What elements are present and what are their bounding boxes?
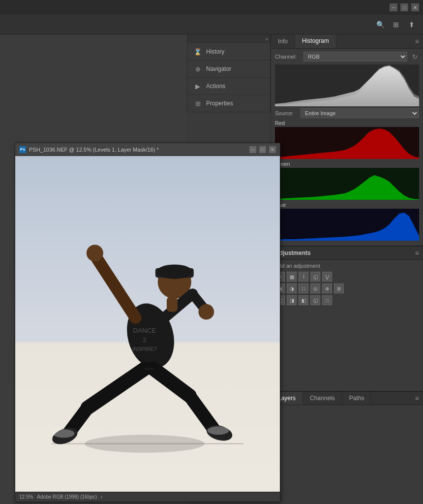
add-adjustment-label: Add an adjustment bbox=[275, 263, 419, 269]
adjustments-panel: Adjustments ≡ Add an adjustment ☀ ▦ ⌇ ◱ … bbox=[271, 246, 423, 310]
adj-icons-row-2: ▣ ◑ □ ◎ ⊕ ⊞ bbox=[275, 284, 419, 293]
svg-marker-2 bbox=[275, 128, 419, 159]
svg-point-12 bbox=[87, 245, 103, 261]
doc-minimize-button[interactable]: ─ bbox=[249, 146, 256, 153]
svg-line-25 bbox=[189, 396, 213, 429]
svg-line-11 bbox=[96, 258, 135, 318]
adj-icons-row-3: ◫ ◨ ◧ ◱ □ bbox=[275, 295, 419, 305]
workspace-icon[interactable]: ⊞ bbox=[391, 19, 401, 30]
colorlookup-adj-icon[interactable]: ⊞ bbox=[334, 284, 344, 293]
source-label: Source: bbox=[275, 110, 298, 116]
svg-point-23 bbox=[53, 429, 75, 438]
blue-histogram bbox=[275, 209, 419, 241]
panel-item-navigator[interactable]: ⊕ Navigator bbox=[187, 61, 270, 78]
zoom-level: 12.5% bbox=[19, 494, 33, 500]
svg-line-20 bbox=[88, 369, 145, 408]
svg-text:INSPIRE?: INSPIRE? bbox=[132, 346, 157, 352]
histogram-content: Channel: RGB Red Green Blue ↻ bbox=[271, 49, 423, 246]
vibrance-adj-icon[interactable]: ⋁ bbox=[322, 272, 332, 282]
ps-icon: Ps bbox=[19, 146, 26, 153]
properties-icon: ⊞ bbox=[193, 99, 202, 108]
colorbalance-adj-icon[interactable]: ◑ bbox=[287, 284, 297, 293]
gradient-adj-icon[interactable]: ◱ bbox=[310, 295, 320, 305]
tab-channels[interactable]: Channels bbox=[303, 392, 342, 405]
doc-title-text: PSH_1036.NEF @ 12.5% (Levels 1, Layer Ma… bbox=[29, 147, 246, 153]
middle-panel: » ⌛ History ⊕ Navigator ▶ Actions ⊞ Prop… bbox=[187, 34, 271, 112]
tab-info[interactable]: Info bbox=[271, 35, 295, 48]
adjustments-menu-button[interactable]: ≡ bbox=[415, 249, 419, 257]
minimize-button[interactable]: ─ bbox=[390, 3, 397, 11]
blue-channel-label: Blue bbox=[275, 202, 419, 208]
channelmix-adj-icon[interactable]: ⊕ bbox=[322, 284, 332, 293]
colorspace-info: Adobe RGB (1998) (16bpc) bbox=[37, 494, 97, 500]
history-icon: ⌛ bbox=[193, 47, 202, 56]
adjustments-header: Adjustments ≡ bbox=[271, 247, 423, 260]
navigator-label: Navigator bbox=[206, 65, 231, 72]
panel-collapse-bar[interactable]: » bbox=[187, 34, 270, 43]
exposure-adj-icon[interactable]: ◱ bbox=[310, 272, 320, 282]
source-row: Source: Entire Image Selected Layer bbox=[275, 108, 419, 118]
svg-marker-3 bbox=[275, 175, 419, 200]
dancer-figure: DANCE 2 INSPIRE? bbox=[15, 156, 280, 492]
properties-label: Properties bbox=[206, 100, 233, 107]
channel-select[interactable]: RGB Red Green Blue bbox=[303, 52, 407, 62]
histogram-panel-header: Info Histogram ≡ bbox=[271, 34, 423, 49]
svg-marker-1 bbox=[275, 65, 419, 106]
adjustments-content: Add an adjustment ☀ ▦ ⌇ ◱ ⋁ ▣ ◑ □ ◎ ⊕ ⊞ … bbox=[271, 260, 423, 310]
window-controls: ─ □ ✕ bbox=[390, 3, 419, 11]
svg-point-27 bbox=[208, 426, 229, 435]
layers-tabs-bar: Layers Channels Paths ≡ bbox=[271, 391, 423, 504]
right-panel: Info Histogram ≡ Channel: RGB Red Green … bbox=[271, 34, 423, 310]
threshold-adj-icon[interactable]: ◧ bbox=[299, 295, 308, 305]
navigator-icon: ⊕ bbox=[193, 64, 202, 73]
green-histogram bbox=[275, 168, 419, 200]
adj-icons-row-1: ☀ ▦ ⌇ ◱ ⋁ bbox=[275, 272, 419, 282]
doc-close-button[interactable]: ✕ bbox=[269, 146, 276, 153]
layers-menu-button[interactable]: ≡ bbox=[411, 392, 423, 404]
refresh-button[interactable]: ↻ bbox=[410, 52, 419, 61]
document-window: Ps PSH_1036.NEF @ 12.5% (Levels 1, Layer… bbox=[15, 143, 280, 502]
adjustments-title: Adjustments bbox=[275, 250, 415, 256]
top-toolbar: 🔍 ⊞ ⬆ bbox=[0, 15, 423, 34]
collapse-icon: » bbox=[265, 36, 268, 42]
svg-point-10 bbox=[156, 264, 192, 279]
svg-marker-4 bbox=[275, 213, 419, 241]
svg-point-15 bbox=[199, 304, 214, 320]
levels-adj-icon[interactable]: ▦ bbox=[287, 272, 297, 282]
doc-status-bar: 12.5% Adobe RGB (1998) (16bpc) › bbox=[15, 492, 280, 502]
panel-item-actions[interactable]: ▶ Actions bbox=[187, 78, 270, 95]
actions-icon: ▶ bbox=[193, 82, 202, 91]
search-icon[interactable]: 🔍 bbox=[375, 19, 386, 30]
photofilter-adj-icon[interactable]: ◎ bbox=[310, 284, 320, 293]
tab-paths[interactable]: Paths bbox=[342, 392, 372, 405]
tab-histogram[interactable]: Histogram bbox=[295, 34, 336, 48]
doc-title-bar: Ps PSH_1036.NEF @ 12.5% (Levels 1, Layer… bbox=[15, 143, 280, 156]
close-button[interactable]: ✕ bbox=[411, 3, 419, 11]
curves-adj-icon[interactable]: ⌇ bbox=[299, 272, 308, 282]
source-select[interactable]: Entire Image Selected Layer bbox=[301, 108, 419, 118]
svg-rect-16 bbox=[167, 297, 178, 312]
posterize-adj-icon[interactable]: ◨ bbox=[287, 295, 297, 305]
share-icon[interactable]: ⬆ bbox=[406, 19, 417, 30]
channel-label: Channel: bbox=[275, 54, 301, 60]
panel-item-history[interactable]: ⌛ History bbox=[187, 43, 270, 61]
photo-area: DANCE 2 INSPIRE? bbox=[15, 156, 280, 492]
actions-label: Actions bbox=[206, 83, 225, 90]
green-channel-label: Green bbox=[275, 161, 419, 167]
layers-tab-header: Layers Channels Paths ≡ bbox=[271, 392, 423, 405]
doc-maximize-button[interactable]: □ bbox=[259, 146, 266, 153]
histogram-menu-button[interactable]: ≡ bbox=[411, 35, 423, 47]
red-channel-label: Red bbox=[275, 120, 419, 126]
bw-adj-icon[interactable]: □ bbox=[299, 284, 308, 293]
svg-point-29 bbox=[85, 435, 205, 453]
history-label: History bbox=[206, 48, 224, 55]
panel-item-properties[interactable]: ⊞ Properties bbox=[187, 95, 270, 112]
layers-content bbox=[271, 405, 423, 504]
svg-line-24 bbox=[153, 369, 189, 396]
status-arrow: › bbox=[101, 494, 102, 500]
pattern-adj-icon[interactable]: □ bbox=[322, 295, 332, 305]
app-title-bar: ─ □ ✕ bbox=[0, 0, 423, 15]
doc-content: DANCE 2 INSPIRE? bbox=[15, 156, 280, 492]
rgb-histogram bbox=[275, 64, 419, 106]
maximize-button[interactable]: □ bbox=[400, 3, 408, 11]
